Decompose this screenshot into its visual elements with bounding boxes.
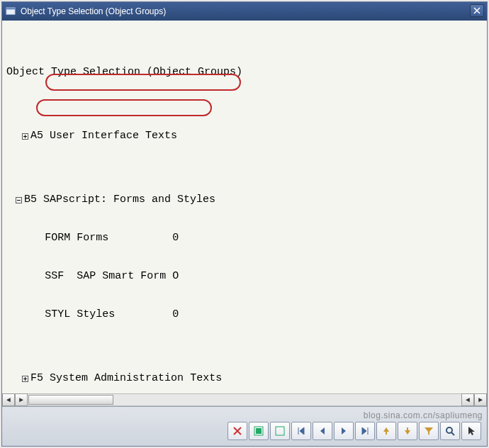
window-title: Object Type Selection (Object Groups) xyxy=(21,6,166,16)
close-button[interactable] xyxy=(470,4,484,17)
cursor-button[interactable] xyxy=(461,422,481,440)
horizontal-scrollbar[interactable]: ◄ ► ◄ ► xyxy=(2,393,487,406)
tree-item-b5-form[interactable]: FORM Forms 0 xyxy=(6,232,485,245)
tree-heading: Object Type Selection (Object Groups) xyxy=(6,66,485,79)
svg-rect-1 xyxy=(6,8,15,10)
select-all-button[interactable] xyxy=(249,422,269,440)
page-next-button[interactable] xyxy=(334,422,354,440)
scroll-left-button-2[interactable]: ◄ xyxy=(461,393,474,406)
tree-item-a5[interactable]: A5 User Interface Texts xyxy=(6,130,485,142)
sort-asc-button[interactable] xyxy=(376,422,396,440)
expand-icon[interactable] xyxy=(19,130,30,142)
sort-desc-button[interactable] xyxy=(398,422,417,440)
titlebar: Object Type Selection (Object Groups) xyxy=(2,2,487,21)
scroll-track[interactable] xyxy=(28,393,461,406)
toolbar xyxy=(226,420,483,442)
svg-rect-4 xyxy=(276,427,284,435)
page-prev-button[interactable] xyxy=(313,422,332,440)
page-last-button[interactable] xyxy=(355,422,375,440)
svg-rect-5 xyxy=(386,432,387,435)
filter-button[interactable] xyxy=(419,422,439,440)
search-button[interactable] xyxy=(440,422,460,440)
page-first-button[interactable] xyxy=(291,422,311,440)
highlight-annotation xyxy=(36,99,212,116)
bottom-bar: blog.sina.com.cn/sapliumeng xyxy=(2,406,487,446)
expand-icon[interactable] xyxy=(19,373,30,384)
scroll-left-button[interactable]: ◄ xyxy=(2,393,15,406)
svg-rect-3 xyxy=(256,428,262,434)
content-area: Object Type Selection (Object Groups) A5… xyxy=(2,22,487,406)
svg-point-7 xyxy=(446,427,452,433)
deselect-all-button[interactable] xyxy=(270,422,290,440)
tree-item-b5[interactable]: B5 SAPscript: Forms and Styles xyxy=(6,194,485,206)
tree-item-f5[interactable]: F5 System Administration Texts xyxy=(6,372,485,385)
dialog-window: Object Type Selection (Object Groups) Ob… xyxy=(1,1,488,447)
scroll-right-button[interactable]: ► xyxy=(15,393,28,406)
tree-view[interactable]: Object Type Selection (Object Groups) A5… xyxy=(2,22,487,393)
window-icon xyxy=(5,6,16,17)
scroll-right-button-2[interactable]: ► xyxy=(474,393,487,406)
collapse-icon[interactable] xyxy=(13,194,24,206)
svg-rect-6 xyxy=(407,427,408,430)
watermark-text: blog.sina.com.cn/sapliumeng xyxy=(364,410,483,420)
tree-item-b5-ssf[interactable]: SSF SAP Smart Form O xyxy=(6,270,485,283)
delete-button[interactable] xyxy=(227,422,247,440)
tree-item-b5-styl[interactable]: STYL Styles 0 xyxy=(6,308,485,321)
scroll-thumb[interactable] xyxy=(28,395,113,405)
